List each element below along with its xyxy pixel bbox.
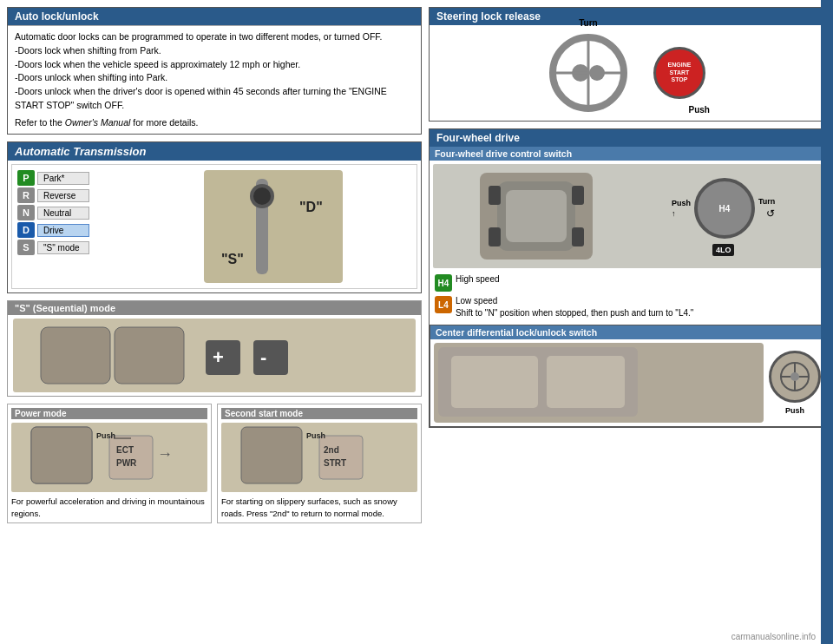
- fwd-dial-container: Push ↑ H4 Turn ↺ 4LO: [672, 178, 775, 254]
- svg-rect-32: [547, 356, 625, 408]
- engine-start-button: ENGINE START STOP: [653, 47, 705, 99]
- sequential-mode-content: + -: [8, 315, 421, 396]
- steering-center: [589, 65, 605, 81]
- gear-row-p: P Park*: [17, 170, 130, 186]
- shifter-svg: "D" "S": [204, 170, 343, 283]
- l4-badge: L4: [435, 296, 452, 313]
- push-label: Push: [689, 105, 710, 115]
- gear-letter-r: R: [17, 187, 35, 203]
- auto-transmission-content: P Park* R Reverse N Neutral D Drive: [11, 164, 417, 289]
- svg-text:-: -: [260, 346, 266, 368]
- auto-lock-section: Auto lock/unlock Automatic door locks ca…: [7, 7, 422, 135]
- right-accent-bar: [821, 0, 833, 644]
- center-diff-header: Center differential lock/unlock switch: [430, 325, 824, 339]
- fwd-car-svg: [480, 173, 593, 260]
- svg-rect-9: [253, 340, 288, 375]
- gear-name-n: Neutral: [37, 207, 89, 220]
- svg-rect-25: [506, 190, 567, 242]
- steering-lock-section: Steering lock release Turn ENGINE: [429, 7, 826, 122]
- modes-row: Power mode ECT PWR → Push: [7, 404, 422, 523]
- left-column: Auto lock/unlock Automatic door locks ca…: [7, 7, 422, 637]
- svg-text:2nd: 2nd: [324, 445, 339, 455]
- steering-lock-header: Steering lock release: [430, 8, 825, 25]
- gear-letter-s: S: [17, 240, 35, 255]
- steering-lock-diagram: Turn ENGINE START STOP Push: [433, 34, 822, 112]
- auto-lock-line5: -Doors unlock when the driver's door is …: [15, 85, 414, 113]
- gear-letter-d: D: [17, 222, 35, 238]
- svg-rect-12: [31, 427, 92, 483]
- svg-rect-19: [241, 427, 302, 483]
- shifter-diagram: "D" "S": [135, 170, 411, 283]
- h4-badge: H4: [435, 274, 452, 292]
- svg-text:PWR: PWR: [116, 458, 137, 468]
- sequential-diagram: + -: [13, 319, 416, 392]
- turn-label: Turn: [579, 18, 597, 28]
- svg-text:Push: Push: [306, 431, 325, 440]
- svg-text:+: +: [213, 346, 224, 368]
- svg-text:STRT: STRT: [324, 458, 346, 468]
- power-mode-box: Power mode ECT PWR → Push: [7, 404, 212, 523]
- gear-letter-n: N: [17, 205, 35, 220]
- auto-transmission-section: Automatic Transmission P Park* R Reverse…: [7, 141, 422, 293]
- speed-options: H4 High speed L4 Low speedShift to "N" p…: [430, 272, 825, 321]
- four-lo-container: 4LO: [672, 244, 775, 254]
- gear-name-r: Reverse: [37, 189, 89, 202]
- auto-lock-line3: -Doors lock when the vehicle speed is ap…: [15, 58, 414, 72]
- fwd-diagram-inner: Push ↑ H4 Turn ↺ 4LO: [433, 166, 822, 266]
- cdiff-lock-icon: [769, 351, 821, 403]
- power-mode-svg: ECT PWR → Push: [27, 423, 192, 492]
- power-mode-description: For powerful acceleration and driving in…: [11, 496, 207, 519]
- second-start-mode-diagram: 2nd STRT Push: [221, 423, 417, 492]
- gear-name-s: "S" mode: [37, 241, 89, 254]
- second-start-mode-description: For starting on slippery surfaces, such …: [221, 496, 417, 519]
- gear-name-d: Drive: [37, 224, 89, 237]
- l4-speed-text: Low speedShift to "N" position when stop…: [456, 295, 693, 319]
- cdiff-car-image: [434, 343, 764, 423]
- svg-rect-26: [489, 186, 501, 205]
- cdiff-car-svg: [434, 343, 642, 421]
- h4-speed-row: H4 High speed: [430, 272, 825, 293]
- fwd-control-diagram: Push ↑ H4 Turn ↺ 4LO: [433, 164, 822, 268]
- turn-labels: Turn ↺: [758, 197, 775, 220]
- four-wheel-drive-header: Four-wheel drive: [430, 129, 825, 147]
- svg-text:→: →: [157, 445, 173, 463]
- shifter-image: "D" "S": [204, 170, 343, 283]
- power-mode-header: Power mode: [11, 408, 207, 419]
- center-diff-section: Center differential lock/unlock switch: [430, 325, 825, 427]
- four-wheel-drive-section: Four-wheel drive Four-wheel drive contro…: [429, 128, 826, 428]
- svg-rect-6: [115, 327, 184, 384]
- svg-rect-31: [451, 356, 538, 408]
- auto-lock-content: Automatic door locks can be programmed t…: [8, 26, 421, 134]
- second-start-mode-box: Second start mode 2nd STRT Push For star…: [217, 404, 422, 523]
- steering-lock-content: Turn ENGINE START STOP Push: [430, 25, 825, 121]
- auto-lock-line1: Automatic door locks can be programmed t…: [15, 30, 414, 44]
- gear-row-d: D Drive: [17, 222, 130, 238]
- center-diff-content: Push: [430, 339, 824, 426]
- auto-lock-line2: -Doors lock when shifting from Park.: [15, 44, 414, 58]
- main-page: Auto lock/unlock Automatic door locks ca…: [0, 0, 833, 644]
- svg-text:"D": "D": [299, 200, 323, 214]
- svg-point-2: [253, 187, 271, 205]
- engine-start-btn-container: ENGINE START STOP Push: [653, 47, 705, 99]
- svg-text:Push: Push: [96, 431, 115, 440]
- svg-point-36: [790, 372, 799, 381]
- auto-transmission-header: Automatic Transmission: [8, 142, 421, 161]
- svg-rect-29: [572, 227, 584, 246]
- cdiff-lock-svg: [777, 359, 812, 394]
- fwd-car-image: [480, 173, 593, 260]
- gear-row-r: R Reverse: [17, 187, 130, 203]
- sequential-svg: + -: [32, 319, 397, 392]
- svg-text:ECT: ECT: [116, 445, 134, 455]
- auto-lock-refer: Refer to the Owner's Manual for more det…: [15, 116, 414, 130]
- watermark: carmanualsonline.info: [731, 632, 816, 641]
- power-mode-diagram: ECT PWR → Push: [11, 423, 207, 492]
- svg-rect-20: [319, 436, 363, 479]
- svg-text:"S": "S": [221, 252, 244, 266]
- svg-rect-28: [489, 227, 501, 246]
- cdiff-lock-container: Push: [769, 351, 821, 415]
- svg-rect-27: [572, 186, 584, 205]
- l4-speed-row: L4 Low speedShift to "N" position when s…: [430, 293, 825, 321]
- second-start-mode-header: Second start mode: [221, 408, 417, 419]
- sequential-mode-header: "S" (Sequential) mode: [8, 301, 421, 315]
- steering-wheel-icon: [549, 34, 627, 112]
